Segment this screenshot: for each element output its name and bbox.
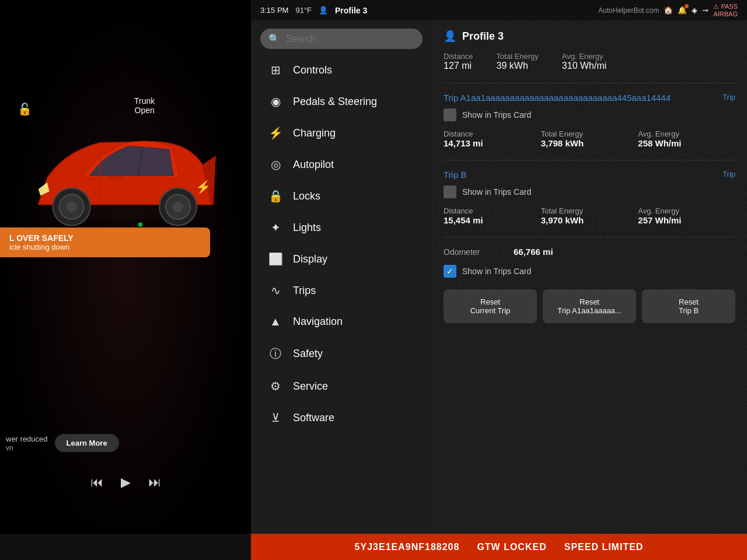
sidebar-item-locks[interactable]: 🔒Locks: [256, 181, 427, 211]
svg-point-8: [138, 222, 143, 227]
sidebar-item-label-charging: Charging: [293, 127, 336, 139]
search-icon: 🔍: [268, 33, 280, 44]
media-controls: ⏮ ▶ ⏭: [90, 475, 161, 490]
sidebar-item-safety[interactable]: ⓘSafety: [256, 338, 427, 370]
autopilot-icon: ◎: [267, 158, 284, 172]
trips-icon: ∿: [267, 284, 284, 298]
profile-icon: 👤: [319, 6, 328, 15]
sidebar-item-controls[interactable]: ⊞Controls: [256, 55, 427, 85]
settings-menu-panel: 🔍 ⊞Controls◉Pedals & Steering⚡Charging◎A…: [251, 20, 432, 560]
sidebar-item-software[interactable]: ⊻Software: [256, 402, 427, 433]
learn-more-button[interactable]: Learn More: [55, 434, 119, 452]
sidebar-item-label-navigation: Navigation: [293, 316, 343, 328]
sidebar-item-label-locks: Locks: [293, 190, 320, 202]
warning-banner: L OVER SAFELY icle shutting down: [0, 228, 210, 257]
sidebar-item-navigation[interactable]: ▲Navigation: [256, 307, 427, 337]
sidebar-item-label-lights: Lights: [293, 222, 321, 234]
svg-text:⚡: ⚡: [196, 180, 211, 195]
menu-items-list: ⊞Controls◉Pedals & Steering⚡Charging◎Aut…: [251, 55, 432, 433]
pedals-icon: ◉: [267, 94, 284, 108]
power-reduced-text: wer reduced vn: [6, 435, 48, 452]
search-input[interactable]: [286, 34, 414, 44]
trunk-label: Trunk Open: [134, 96, 155, 115]
controls-icon: ⊞: [267, 63, 284, 77]
sidebar-item-service[interactable]: ⚙Service: [256, 371, 427, 401]
sidebar-item-label-service: Service: [293, 380, 328, 393]
sidebar-item-autopilot[interactable]: ◎Autopilot: [256, 149, 427, 180]
bottom-status-bar: 5YJ3E1EA9NF188208 GTW LOCKED SPEED LIMIT…: [251, 534, 747, 560]
vin-display: 5YJ3E1EA9NF188208: [355, 542, 460, 552]
gtw-status: GTW LOCKED: [477, 542, 546, 552]
temp-display: 91°F: [295, 6, 312, 15]
display-icon: ⬜: [267, 252, 284, 266]
wifi-icon: ⊸: [702, 6, 708, 15]
safety-icon: ⓘ: [267, 346, 284, 362]
sidebar-item-pedals[interactable]: ◉Pedals & Steering: [256, 86, 427, 117]
charging-icon: ⚡: [267, 126, 284, 140]
software-icon: ⊻: [267, 411, 284, 425]
sidebar-item-lights[interactable]: ✦Lights: [256, 212, 427, 243]
prev-track-button[interactable]: ⏮: [90, 475, 103, 490]
bluetooth-icon[interactable]: ◈: [692, 6, 697, 15]
learn-more-section: wer reduced vn Learn More: [6, 434, 119, 452]
sidebar-item-label-display: Display: [293, 253, 327, 265]
lights-icon: ✦: [267, 220, 284, 235]
sidebar-item-charging[interactable]: ⚡Charging: [256, 118, 427, 148]
time-display: 3:15 PM: [260, 6, 288, 15]
search-bar[interactable]: 🔍: [260, 29, 423, 49]
notification-bell[interactable]: 🔔: [678, 6, 687, 15]
sidebar-item-display[interactable]: ⬜Display: [256, 244, 427, 274]
sidebar-item-label-controls: Controls: [293, 64, 332, 76]
play-button[interactable]: ▶: [121, 475, 131, 490]
status-bar: 3:15 PM 91°F 👤 Profile 3 AutoHelperBot.c…: [251, 0, 747, 20]
status-bar-right: AutoHelperBot.com 🏠 🔔 ◈ ⊸ ⚠ PASSAIRBAG: [598, 3, 738, 18]
home-icon[interactable]: 🏠: [664, 6, 673, 15]
svg-point-3: [66, 201, 76, 212]
navigation-icon: ▲: [267, 315, 284, 328]
svg-point-6: [173, 201, 183, 212]
locks-icon: 🔒: [267, 189, 284, 203]
car-visualization-panel: ⚡ Trunk Open 🔓 L OVER SAFELY icle shutti…: [0, 0, 251, 560]
speed-status: SPEED LIMITED: [564, 542, 644, 552]
trips-content-panel: 👤 Profile 3 Distance 127 mi Total Energy…: [432, 20, 747, 534]
service-icon: ⚙: [267, 379, 284, 393]
sidebar-item-trips[interactable]: ∿Trips: [256, 275, 427, 306]
sidebar-item-label-pedals: Pedals & Steering: [293, 96, 377, 108]
airbag-label: ⚠ PASSAIRBAG: [713, 3, 738, 18]
profile-name-header: Profile 3: [335, 6, 367, 15]
notification-dot: [685, 4, 689, 8]
next-track-button[interactable]: ⏭: [148, 475, 161, 490]
svg-rect-7: [107, 176, 123, 179]
shutting-down-text: icle shutting down: [9, 243, 201, 251]
status-bar-left: 3:15 PM 91°F 👤 Profile 3: [260, 6, 367, 15]
autohelper-watermark: AutoHelperBot.com: [598, 6, 659, 15]
lock-status-icon: 🔓: [18, 102, 32, 116]
pull-over-text: L OVER SAFELY: [9, 233, 201, 243]
sidebar-item-label-autopilot: Autopilot: [293, 159, 334, 171]
sidebar-item-label-trips: Trips: [293, 285, 316, 297]
sidebar-item-label-safety: Safety: [293, 348, 323, 360]
sidebar-item-label-software: Software: [293, 412, 334, 424]
bottom-left-decorative-bar: [0, 534, 251, 560]
